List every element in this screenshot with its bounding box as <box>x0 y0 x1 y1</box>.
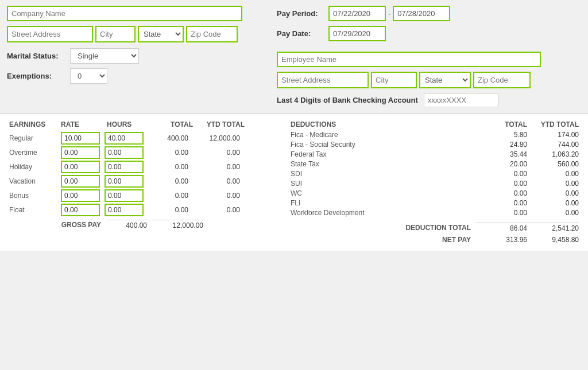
ded-ytd-val: 0.00 <box>527 189 579 197</box>
net-pay-label: NET PAY <box>291 236 475 244</box>
ded-total-col-label: TOTAL <box>475 120 527 128</box>
earn-total: 400.00 <box>148 134 188 142</box>
net-pay-total: 313.96 <box>475 236 527 244</box>
ded-name: FLI <box>291 199 475 207</box>
ded-name: Workforce Development <box>291 209 475 217</box>
earnings-row: Regular 400.00 12,000.00 <box>9 132 273 145</box>
ded-ytd-val: 0.00 <box>527 170 579 178</box>
earn-hours-input[interactable] <box>105 132 144 145</box>
ded-total-val: 0.00 <box>475 209 527 217</box>
pay-period-row: Pay Period: - <box>277 6 581 21</box>
earn-ytd: 12,000.00 <box>188 134 240 142</box>
earn-ytd: 0.00 <box>188 192 240 200</box>
pay-period-end-input[interactable] <box>393 6 450 21</box>
ded-ytd-val: 174.00 <box>527 131 579 139</box>
pay-date-input[interactable] <box>328 26 386 41</box>
ded-name: Fica - Medicare <box>291 131 475 139</box>
ded-total-val: 24.80 <box>475 141 527 149</box>
gross-pay-total: 400.00 <box>107 220 147 229</box>
pay-period-dash: - <box>388 9 390 18</box>
exemptions-label: Exemptions: <box>7 72 70 80</box>
ded-name: WC <box>291 189 475 197</box>
earnings-header: EARNINGS RATE HOURS TOTAL YTD TOTAL <box>9 120 273 130</box>
earn-total: 0.00 <box>148 192 188 200</box>
ded-total-val: 35.44 <box>475 150 527 158</box>
ded-total-val: 0.00 <box>475 199 527 207</box>
deductions-col-label: DEDUCTIONS <box>291 120 475 128</box>
employee-address-row: State <box>277 72 581 88</box>
earn-hours-input[interactable] <box>105 189 144 202</box>
earnings-row: Bonus 0.00 0.00 <box>9 189 273 202</box>
earnings-rows: Regular 400.00 12,000.00 Overtime 0.00 0… <box>9 132 273 216</box>
pay-period-label: Pay Period: <box>277 9 328 18</box>
top-section: State Marital Status: Single Married Hea… <box>0 0 588 114</box>
earn-hours-input[interactable] <box>105 204 144 216</box>
ded-total-val: 20.00 <box>475 160 527 168</box>
exemptions-select[interactable]: 0 1 2 <box>70 68 107 84</box>
earnings-row: Vacation 0.00 0.00 <box>9 175 273 188</box>
marital-status-row: Marital Status: Single Married Head of H… <box>7 48 260 64</box>
employee-city-input[interactable] <box>371 72 417 88</box>
marital-status-select[interactable]: Single Married Head of Household <box>70 48 139 64</box>
rate-col-label: RATE <box>61 120 107 128</box>
ded-total-val: 0.00 <box>475 170 527 178</box>
employee-name-input[interactable] <box>277 52 541 67</box>
bank-input[interactable] <box>424 93 498 107</box>
earn-hours-input[interactable] <box>105 175 144 188</box>
ded-ytd-val: 1,063.20 <box>527 150 579 158</box>
gross-pay-row: GROSS PAY 400.00 12,000.00 <box>9 220 273 229</box>
ded-name: State Tax <box>291 160 475 168</box>
company-city-input[interactable] <box>95 26 136 42</box>
ded-ytd-col-label: YTD TOTAL <box>527 120 579 128</box>
earn-ytd: 0.00 <box>188 206 240 214</box>
ded-name: SDI <box>291 170 475 178</box>
earn-rate-input[interactable] <box>61 161 100 173</box>
earn-hours-input[interactable] <box>105 161 144 173</box>
earn-rate-input[interactable] <box>61 175 100 188</box>
earnings-row: Float 0.00 0.00 <box>9 204 273 216</box>
earn-rate-input[interactable] <box>61 132 100 145</box>
company-zip-input[interactable] <box>186 26 238 42</box>
ded-name: Fica - Social Security <box>291 141 475 149</box>
pay-date-label: Pay Date: <box>277 29 328 38</box>
gross-pay-ytd: 12,000.00 <box>152 220 203 229</box>
company-name-input[interactable] <box>7 6 242 21</box>
deductions-header: DEDUCTIONS TOTAL YTD TOTAL <box>291 120 579 128</box>
earn-rate-input[interactable] <box>61 146 100 159</box>
deductions-panel: DEDUCTIONS TOTAL YTD TOTAL Fica - Medica… <box>291 120 579 244</box>
earn-hours-input[interactable] <box>105 146 144 159</box>
deduction-row: Fica - Medicare 5.80 174.00 <box>291 131 579 139</box>
total-col-label: TOTAL <box>153 120 193 128</box>
deduction-row: SDI 0.00 0.00 <box>291 170 579 178</box>
deduction-row: Federal Tax 35.44 1,063.20 <box>291 150 579 158</box>
deduction-total-label: DEDUCTION TOTAL <box>291 224 475 232</box>
ded-total-val: 0.00 <box>475 180 527 188</box>
earn-label: Bonus <box>9 192 61 200</box>
earn-label: Overtime <box>9 149 61 157</box>
employee-zip-input[interactable] <box>473 72 531 88</box>
earn-rate-input[interactable] <box>61 204 100 216</box>
company-state-select[interactable]: State <box>138 26 184 42</box>
deduction-row: Workforce Development 0.00 0.00 <box>291 209 579 217</box>
deduction-row: SUI 0.00 0.00 <box>291 180 579 188</box>
earn-total: 0.00 <box>148 206 188 214</box>
deduction-row: State Tax 20.00 560.00 <box>291 160 579 168</box>
company-street-input[interactable] <box>7 26 93 42</box>
ded-ytd-val: 0.00 <box>527 180 579 188</box>
earn-rate-input[interactable] <box>61 189 100 202</box>
ded-total-val: 5.80 <box>475 131 527 139</box>
employee-state-select[interactable]: State <box>419 72 471 88</box>
pay-date-row: Pay Date: <box>277 26 581 41</box>
earn-label: Regular <box>9 134 61 142</box>
gross-pay-label: GROSS PAY <box>9 221 107 229</box>
pay-period-start-input[interactable] <box>328 6 386 21</box>
ded-name: SUI <box>291 180 475 188</box>
bank-row: Last 4 Digits of Bank Checking Account <box>277 93 581 107</box>
ded-ytd-val: 744.00 <box>527 141 579 149</box>
deduction-total-ytd: 2,541.20 <box>527 223 579 232</box>
deduction-total-val: 86.04 <box>475 223 527 232</box>
earn-label: Float <box>9 206 61 214</box>
employee-street-input[interactable] <box>277 72 369 88</box>
earnings-col-label: EARNINGS <box>9 120 61 128</box>
hours-col-label: HOURS <box>107 120 153 128</box>
